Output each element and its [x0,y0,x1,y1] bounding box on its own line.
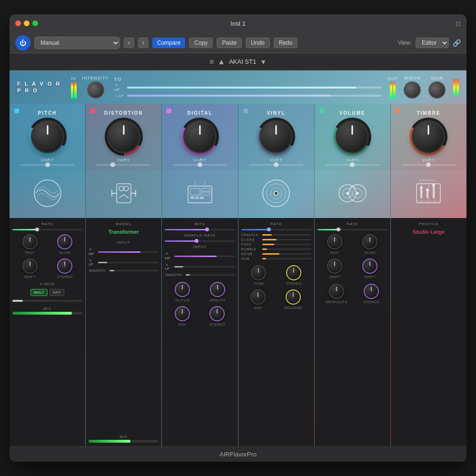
digital-stereo-knob[interactable] [209,306,225,321]
minimize-button[interactable] [24,20,30,26]
vu-bar-right [74,82,77,99]
vinyl-stereo-knob[interactable] [286,265,301,280]
pitch-knob-ring[interactable] [29,118,67,156]
vinyl-release-knob[interactable] [286,289,301,305]
vol-drift-knob[interactable] [327,258,342,274]
distortion-vary-slider[interactable] [96,164,151,166]
timbre-vary-slider[interactable] [401,164,456,166]
digital-length-knob[interactable] [210,282,225,297]
pitch-stereo-knob[interactable] [57,258,72,274]
vinyl-top: VINYL VARY [238,104,314,170]
in-label: IN [71,76,76,81]
volume-vary-label: VARY [346,158,359,162]
width-knob[interactable] [404,81,421,99]
vol-drift2-knob[interactable] [362,258,377,274]
dig-smooth-slider[interactable] [186,274,235,276]
timbre-profile-value[interactable]: Studio Large [394,229,464,235]
digital-bits-slider[interactable] [165,229,235,230]
close-button[interactable] [15,20,21,26]
pitch-drift-knob[interactable] [22,258,38,274]
preset-dropdown[interactable]: Manual [34,37,120,49]
volume-knob-ring[interactable] [333,118,371,156]
dist-smooth-slider[interactable] [109,270,159,271]
hum-slider[interactable] [262,258,311,259]
prev-preset-button[interactable]: ‹ [124,38,134,48]
vinyl-tone-label: TONE [253,281,264,286]
clicks-slider[interactable] [262,239,311,240]
copy-button[interactable]: Copy [189,38,213,48]
vinyl-vary-slider[interactable] [249,164,304,166]
noise-slider[interactable] [262,253,311,255]
rumble-slider[interactable] [262,248,311,250]
pops-slider[interactable] [262,244,311,245]
volume-vary-slider[interactable] [325,164,380,166]
pitch-vary-slider[interactable] [20,164,75,166]
svg-point-44 [433,179,435,181]
footer-text: AIRFlavorPro [219,451,257,458]
vol-fast-knob[interactable] [327,234,342,249]
vinyl-indicator [243,109,248,113]
pitch-rate-slider[interactable] [12,229,82,230]
distortion-knob[interactable] [107,120,140,153]
pitch-knob[interactable] [31,120,64,153]
pitch-fast-knob[interactable] [22,234,38,249]
digital-input-label: INPUT [165,245,235,249]
gain-knob[interactable] [428,81,446,99]
timbre-indicator [396,109,400,113]
menu-button[interactable]: ≡ [209,58,214,66]
crackle-label: CRACKLE [241,233,260,237]
vinyl-rate-slider[interactable] [241,229,311,230]
hp-slider[interactable] [127,87,382,89]
digital-env-knob[interactable] [175,306,190,321]
dist-hp-slider[interactable] [98,251,159,253]
digital-vary-slider[interactable] [173,164,228,166]
vinyl-knob[interactable] [259,120,293,153]
pitch-top: PITCH VARY [10,104,85,170]
preset-chevron[interactable]: ▼ [260,58,267,66]
xmod-slider[interactable] [12,300,23,302]
compare-button[interactable]: Compare [152,38,185,48]
crackle-slider[interactable] [262,234,311,236]
redo-button[interactable]: Redo [274,38,298,48]
paste-button[interactable]: Paste [217,38,242,48]
dig-lp-slider[interactable] [174,266,235,268]
timbre-name: TIMBRE [416,110,440,116]
dist-lp-slider[interactable] [98,262,159,263]
view-dropdown[interactable]: Editor [416,38,449,48]
pitch-slow-knob[interactable] [57,234,72,249]
dig-hp-slider[interactable] [174,256,235,257]
lp-arrow: ↘ LP [115,94,124,98]
maximize-button[interactable] [32,20,38,26]
svg-point-5 [124,186,129,191]
vol-rate-slider[interactable] [317,229,387,230]
next-preset-button[interactable]: › [138,38,149,48]
timbre-knob[interactable] [412,120,445,153]
vinyl-tone-knob[interactable] [251,265,266,280]
vinyl-env-knob[interactable] [250,289,266,305]
distortion-mix-slider[interactable] [89,440,159,443]
vol-slow-label: SLOW [364,250,376,255]
distortion-knob-ring[interactable] [105,118,143,156]
digital-knob[interactable] [183,120,217,153]
timbre-profile-label: PROFILE [394,222,464,226]
digital-glitch-knob[interactable] [175,282,190,297]
xmod-mult-btn[interactable]: MULT [30,289,48,296]
power-button[interactable]: ⏻ [15,35,30,50]
vinyl-knob-ring[interactable] [257,118,295,156]
vol-dropouts-knob[interactable] [329,284,344,299]
distortion-model-value[interactable]: Transformer [89,229,159,235]
vol-slow-knob[interactable] [362,234,377,249]
dist-lp-label: ↘ LP [89,258,96,267]
intensity-knob[interactable] [87,81,104,99]
lp-slider[interactable] [127,95,382,97]
pitch-mix-slider[interactable] [12,312,82,315]
vol-rate-label: RATE [317,222,387,226]
xmod-diff-btn[interactable]: DIFF [50,289,65,296]
undo-button[interactable]: Undo [246,38,270,48]
vol-stereo-knob[interactable] [364,284,379,299]
volume-knob[interactable] [336,120,369,153]
digital-sr-slider[interactable] [165,240,235,242]
digital-knob-ring[interactable] [181,118,219,156]
hum-label: HUM [241,257,260,260]
timbre-knob-ring[interactable] [409,118,447,156]
